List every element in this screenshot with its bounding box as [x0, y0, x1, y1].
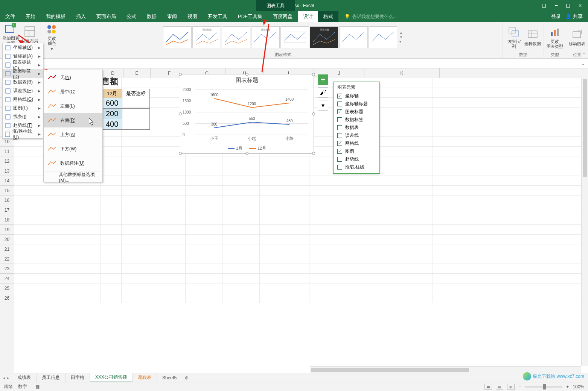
submenu-右侧[interactable]: 右侧(R)	[44, 113, 102, 127]
row-21[interactable]: 21	[0, 244, 14, 254]
zoom-level[interactable]: 100%	[573, 384, 584, 389]
row-24[interactable]: 24	[0, 274, 14, 283]
style-scroll-up-icon[interactable]: ▲	[399, 31, 403, 35]
restore-icon[interactable]	[565, 3, 571, 8]
switch-row-column-button[interactable]: 切换行/列	[505, 23, 522, 51]
close-icon[interactable]: ✕	[577, 3, 583, 8]
tab-format[interactable]: 格式	[318, 11, 338, 22]
row-13[interactable]: 13	[0, 166, 14, 176]
login-link[interactable]: 登录	[551, 13, 561, 20]
tab-pdf[interactable]: PDF工具集	[233, 11, 268, 22]
menu-数据表[interactable]: 数据表(B)▶	[3, 78, 43, 86]
row-26[interactable]: 26	[0, 293, 14, 303]
row-19[interactable]: 19	[0, 225, 14, 235]
chart-style-6[interactable]: 图表标题	[310, 26, 338, 48]
chart-style-7[interactable]	[339, 26, 368, 48]
macro-record-icon[interactable]: ▦	[35, 384, 40, 389]
ribbon-options-icon[interactable]	[541, 3, 547, 8]
tab-layout[interactable]: 页面布局	[91, 11, 121, 22]
sheet-tab-3[interactable]: XXX公司销售额	[90, 373, 133, 382]
expand-formula-bar-icon[interactable]: ⌄	[581, 61, 585, 66]
menu-坐标轴[interactable]: 坐标轴(X)▶	[3, 43, 43, 52]
menu-误差线[interactable]: 误差线(E)▶	[3, 86, 43, 95]
row-25[interactable]: 25	[0, 283, 14, 293]
sheet-tab-0[interactable]: 成绩表	[12, 373, 37, 382]
submenu-上方[interactable]: 上方(A)	[44, 127, 102, 142]
minimize-icon[interactable]: ━	[553, 3, 559, 8]
submenu-数据标注[interactable]: 数据标注(U)	[44, 156, 102, 170]
select-data-button[interactable]: 选择数据	[524, 23, 541, 51]
submenu-下方[interactable]: 下方(W)	[44, 142, 102, 156]
row-14[interactable]: 14	[0, 176, 14, 186]
ce-图表标题[interactable]: ✓图表标题	[334, 108, 379, 116]
vertical-scrollbar[interactable]	[581, 78, 588, 366]
page-layout-view-icon[interactable]: ▤	[496, 384, 503, 390]
move-chart-button[interactable]: 移动图表	[568, 23, 586, 51]
ce-趋势线[interactable]: 趋势线	[334, 155, 379, 163]
tab-templates[interactable]: 我的模板	[41, 11, 71, 22]
style-scroll-down-icon[interactable]: ▼	[399, 35, 403, 39]
tab-formulas[interactable]: 公式	[121, 11, 142, 22]
chart-filter-button[interactable]: ▾	[318, 100, 328, 111]
row-12[interactable]: 12	[0, 156, 14, 166]
row-18[interactable]: 18	[0, 215, 14, 225]
data-labels-submenu[interactable]: 无(N)居中(C)左侧(L)右侧(R)上方(A)下方(W)数据标注(U)其他数据…	[43, 70, 103, 182]
chart-style-1[interactable]	[163, 26, 192, 48]
collapse-ribbon-icon[interactable]: ⌃	[582, 52, 586, 57]
tab-nav-first-icon[interactable]: ◂	[3, 375, 5, 380]
chart-elements-panel[interactable]: 图表元素 ✓坐标轴坐标轴标题✓图表标题数据标签数据表误差线✓网格线✓图例趋势线涨…	[333, 82, 380, 174]
row-15[interactable]: 15	[0, 186, 14, 196]
submenu-无[interactable]: 无(N)	[44, 70, 102, 85]
zoom-out-icon[interactable]: −	[518, 384, 521, 389]
chart-styles-button[interactable]: 🖌	[318, 87, 328, 98]
row-11[interactable]: 11	[0, 147, 14, 156]
sheet-tab-1[interactable]: 员工信息	[37, 373, 66, 382]
chart-plot-area[interactable]: 0500100015002000小王小赵小陈300550450160012001…	[195, 89, 308, 135]
submenu-居中[interactable]: 居中(C)	[44, 85, 102, 99]
tab-nav-prev-icon[interactable]: ▸	[7, 375, 9, 380]
chart-style-4[interactable]: 图表标题	[251, 26, 280, 48]
tab-review[interactable]: 审阅	[162, 11, 182, 22]
ce-图例[interactable]: ✓图例	[334, 147, 379, 155]
sheet-tab-5[interactable]: Sheet5	[157, 373, 182, 382]
ce-坐标轴标题[interactable]: 坐标轴标题	[334, 100, 379, 108]
add-sheet-button[interactable]: ⊕	[182, 373, 191, 382]
ce-涨/跌柱线[interactable]: 涨/跌柱线	[334, 163, 379, 171]
tell-me-search[interactable]: 💡 告诉我您想要做什么...	[338, 11, 551, 22]
ce-坐标轴[interactable]: ✓坐标轴	[334, 92, 379, 100]
tab-home[interactable]: 开始	[20, 11, 41, 22]
row-17[interactable]: 17	[0, 205, 14, 215]
share-button[interactable]: 👤 共享	[565, 13, 583, 20]
menu-数据标签[interactable]: 数据标签(D)▶	[3, 69, 43, 78]
menu-网格线[interactable]: 网格线(G)▶	[3, 95, 43, 104]
menu-线条[interactable]: 线条(I)▶	[3, 112, 43, 121]
chart-style-3[interactable]	[222, 26, 250, 48]
row-22[interactable]: 22	[0, 254, 14, 264]
row-23[interactable]: 23	[0, 264, 14, 274]
zoom-in-icon[interactable]: +	[566, 384, 569, 389]
chart-style-2[interactable]: 图表标题	[192, 26, 221, 48]
row-20[interactable]: 20	[0, 235, 14, 244]
menu-图例[interactable]: 图例(L)▶	[3, 104, 43, 112]
submenu-more-options[interactable]: 其他数据标签选项(M)...	[44, 172, 102, 182]
chart-style-8[interactable]	[369, 26, 397, 48]
normal-view-icon[interactable]: ▦	[484, 384, 492, 390]
submenu-左侧[interactable]: 左侧(L)	[44, 99, 102, 113]
ce-网格线[interactable]: ✓网格线	[334, 139, 379, 147]
row-16[interactable]: 16	[0, 196, 14, 205]
tab-developer[interactable]: 开发工具	[203, 11, 233, 22]
tab-data[interactable]: 数据	[142, 11, 162, 22]
ce-数据标签[interactable]: 数据标签	[334, 116, 379, 124]
page-break-view-icon[interactable]: ▥	[507, 384, 515, 390]
ce-误差线[interactable]: 误差线	[334, 132, 379, 139]
chart-style-5[interactable]	[280, 26, 309, 48]
tab-design[interactable]: 设计	[298, 11, 318, 22]
sheet-tab-4[interactable]: 课程表	[133, 373, 157, 382]
sheet-tab-2[interactable]: 田字格	[66, 373, 90, 382]
chart-elements-button[interactable]: +	[318, 74, 328, 85]
tab-insert[interactable]: 插入	[71, 11, 91, 22]
tab-view[interactable]: 视图	[182, 11, 203, 22]
add-chart-element-menu[interactable]: 坐标轴(X)▶轴标题(A)▶图表标题(C)▶数据标签(D)▶数据表(B)▶误差线…	[2, 43, 43, 139]
embedded-chart[interactable]: 图表标题 0500100015002000小王小赵小陈3005504501600…	[180, 74, 314, 154]
change-colors-button[interactable]: 更改 颜色▾	[43, 24, 61, 52]
